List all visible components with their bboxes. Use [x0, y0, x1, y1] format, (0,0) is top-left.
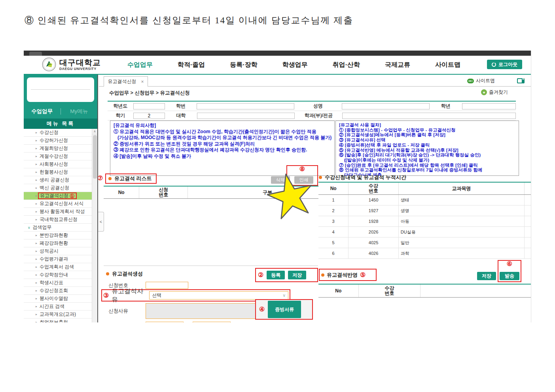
close-icon[interactable]: ×: [141, 79, 144, 85]
sidebar-item-vaccine-absence[interactable]: ▸백신 공결신청: [24, 184, 92, 192]
register-button[interactable]: 등록: [267, 271, 285, 279]
print-button[interactable]: 인쇄: [294, 176, 313, 184]
nav-international[interactable]: 국제교류: [385, 61, 410, 69]
annotation-box-1: 유고결석신청①: [38, 192, 77, 199]
absence-list-title: 유고결석 리스트: [114, 175, 152, 182]
table-row[interactable]: 54025일반33000월(10:30~11:45) 수(09:00~10:15…: [318, 237, 531, 248]
notice-procedure-title: [유고결석 사용 절차]: [339, 122, 515, 128]
sidebar-item-domestic-credit[interactable]: ▸국내학점교류신청: [24, 216, 92, 224]
sidebar-item-absence-application[interactable]: ▸유고결석신청①: [24, 192, 92, 200]
annotation-box-5: 유고결석반영 ⑤: [319, 269, 377, 281]
sidebar-item-seasonal-hope[interactable]: ▸계절희망신청: [24, 145, 92, 153]
sidebar-item-course-outline[interactable]: ▸교과목개요(교과): [24, 311, 92, 318]
triangle-icon: ▸: [36, 186, 37, 190]
sidebar-item-student-timetable[interactable]: ▸학생시간표: [24, 279, 92, 287]
send-button[interactable]: 발송: [500, 272, 519, 280]
year-input[interactable]: [133, 103, 165, 109]
favorite-button[interactable]: ★ 즐겨찾기: [481, 89, 508, 96]
enrollment-title: 수강신청내역 및 유고결석 누적시간: [325, 174, 406, 181]
sidebar-item-closed-courses[interactable]: ▸폐강강좌현황: [24, 239, 92, 247]
nav-registration-scholarship[interactable]: 등록·장학: [230, 61, 257, 69]
detail-reason-label: 신청사유: [106, 308, 146, 315]
student-info-form: 학년도 학번 성명 학년 학기 대학 학과(부)/전공: [108, 101, 516, 121]
scrollbar-thumb[interactable]: [93, 135, 97, 179]
section-divider: [104, 266, 318, 266]
term-input[interactable]: [133, 113, 165, 119]
name-label: 성명: [294, 103, 342, 109]
table-row[interactable]: 42026DU실용22000화(15:00~15:50) 목(14:00~14:…: [318, 227, 531, 237]
studentno-input[interactable]: [197, 103, 294, 109]
annotation-badge-2: ②: [258, 272, 263, 278]
enrollment-title-row: 수강신청내역 및 유고결석 누적시간: [319, 174, 406, 181]
table-row[interactable]: 11450생태33000월(15:00~16:15) 월(16:30~17:45…: [318, 195, 531, 205]
sidebar-item-blood-service[interactable]: ▸헌혈봉사신청: [24, 168, 92, 176]
sidebar-item-service-record[interactable]: ▸봉사이수열람: [24, 295, 92, 303]
table-row[interactable]: 64026과학33000금(09:00~10:15) 금(10:30~11:45…: [318, 248, 531, 259]
window-icon[interactable]: [517, 78, 525, 83]
sidebar-collapse-handle[interactable]: <: [98, 212, 104, 232]
chevron-down-icon: ∨: [28, 226, 30, 230]
sidebar-item-absence-form[interactable]: ▸유고결석신청서 서식: [24, 200, 92, 208]
table-row[interactable]: 21927생명33000화(13:30~14:45) 목(15:00~16:15…: [318, 205, 531, 216]
sidebar-tab-class-affairs[interactable]: 수업업무: [24, 108, 61, 115]
sidebar: 수업업무 My메뉴 메뉴 목록 ▸수강신청 ▸수강허가신청 ▸계절희망신청 ▸계…: [24, 75, 98, 322]
sidebar-item-evaluation-results[interactable]: ▸수업평가결과: [24, 255, 92, 263]
triangle-icon: ▸: [36, 305, 37, 308]
creation-save-button[interactable]: 저장: [288, 271, 306, 279]
sidebar-item-service-plan[interactable]: ▸봉사 활동계획서 작성: [24, 208, 92, 216]
absence-reason-select[interactable]: 선택 ∨: [149, 291, 288, 300]
sidebar-item-timetable-search[interactable]: ▸시간표 검색: [24, 303, 92, 311]
year-label: 학년도: [108, 103, 133, 109]
table-row[interactable]: 31928아동33000월(12:00~13:15) 수(12:00~13:15…: [318, 216, 531, 227]
name-input[interactable]: [342, 103, 430, 109]
tab-absence-application[interactable]: 유고결석신청 ×: [104, 76, 148, 87]
main-nav: 수업업무 학적·졸업 등록·장학 학생업무 취업·산학 국제교류 사이트맵: [127, 56, 460, 74]
app-header: 대구대학교 DAEGU UNIVERSITY 수업업무 학적·졸업 등록·장학 …: [24, 56, 531, 74]
nav-student-affairs[interactable]: 학생업무: [282, 61, 308, 69]
triangle-icon: ▸: [36, 147, 37, 150]
application-no-input[interactable]: [146, 282, 188, 289]
sidebar-item-seasonal-reg[interactable]: ▸계절수강신청: [24, 153, 92, 160]
sidebar-item-social-service[interactable]: ▸사회봉사신청: [24, 160, 92, 168]
nav-sitemap[interactable]: 사이트맵: [435, 61, 460, 69]
period-start-input[interactable]: [146, 322, 184, 322]
sidebar-item-course-permit[interactable]: ▸수강허가신청: [24, 137, 92, 145]
sidebar-item-course-reg[interactable]: ▸수강신청: [24, 129, 92, 137]
sidebar-item-menstrual-absence[interactable]: ▸생리 공결신청: [24, 176, 92, 184]
sidebar-item-registration-lookup[interactable]: ▸수강신청조회: [24, 287, 92, 295]
column-header: No: [318, 284, 358, 298]
scroll-up-icon[interactable]: ∧: [92, 129, 97, 134]
annotation-badge-1: ①: [70, 193, 75, 199]
sidebar-scrollbar[interactable]: ∧: [92, 129, 97, 322]
absence-list-title-box: 유고결석 리스트: [105, 173, 157, 184]
reflection-save-button[interactable]: 저장: [477, 272, 496, 280]
studentno-label: 학번: [165, 103, 197, 109]
sidebar-group-search[interactable]: ∨검색업무: [24, 224, 92, 232]
major-input[interactable]: [342, 113, 516, 119]
page-instruction: ⑧ 인쇄된 유고결석확인서를 신청일로부터 14일 이내에 담당교수님께 제출: [25, 14, 353, 26]
sidebar-item-syllabus-search[interactable]: ▸수업계획서 검색: [24, 263, 92, 271]
reflection-title: 유고결석반영: [327, 271, 358, 279]
sidebar-item-credit-guide[interactable]: ▸수강학점안내: [24, 271, 92, 279]
reflection-table: No 수강 번호 교과목명 인정 시간 ✔: [318, 284, 531, 298]
nav-records-graduation[interactable]: 학적·졸업: [178, 61, 205, 69]
sidebar-tab-mymenu[interactable]: My메뉴: [61, 108, 98, 115]
period-end-input[interactable]: [193, 322, 231, 322]
evidence-docs-button[interactable]: 증빙서류: [268, 301, 301, 318]
notice-cautions-title: [유고결석 유의사항]: [114, 122, 331, 129]
creation-title: 유고결석생성: [112, 270, 143, 277]
sidebar-item-section-status[interactable]: ▸분반강좌현황: [24, 232, 92, 239]
triangle-icon: ▸: [36, 289, 37, 292]
creation-title-row: 유고결석생성: [106, 270, 143, 277]
sitemap-shortcut[interactable]: 사이트맵: [467, 77, 495, 84]
sidebar-item-grade-notice[interactable]: ▸성적공시: [24, 247, 92, 255]
nav-employment-industry[interactable]: 취업·산학: [333, 61, 360, 69]
user-info-box: [27, 77, 94, 102]
nav-class-affairs[interactable]: 수업업무: [127, 61, 153, 69]
logout-button[interactable]: 로그아웃: [487, 60, 522, 69]
grade-label: 학년: [430, 103, 462, 109]
college-input[interactable]: [197, 113, 295, 119]
delete-button[interactable]: 삭제: [271, 176, 290, 184]
grade-input[interactable]: [462, 103, 516, 109]
sidebar-item-clipped[interactable]: ▸취업정보추천: [24, 318, 92, 322]
